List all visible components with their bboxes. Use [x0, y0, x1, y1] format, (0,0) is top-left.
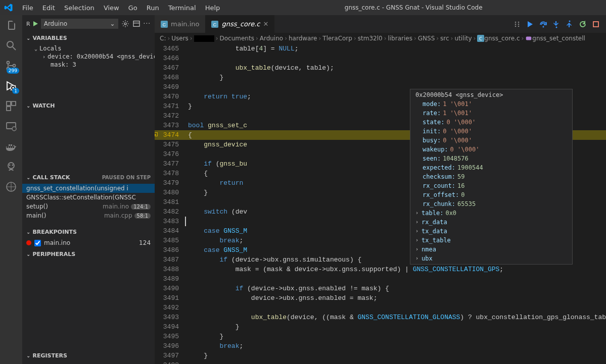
locals-scope[interactable]: ⌄Locals — [22, 44, 155, 53]
svg-point-15 — [124, 23, 126, 25]
variables-header[interactable]: ⌄VARIABLES — [22, 32, 155, 43]
debug-config-select[interactable]: Arduino ⌄ — [41, 19, 118, 29]
svg-rect-8 — [7, 107, 11, 111]
svg-point-25 — [518, 23, 520, 25]
menu-edit[interactable]: Edit — [38, 2, 59, 14]
close-icon[interactable]: ✕ — [263, 20, 268, 28]
svg-point-27 — [518, 25, 520, 27]
callstack-frame-1[interactable]: GNSSClass::setConstellation(GNSSC — [22, 193, 155, 202]
window-title: gnss_core.c - GNSS Gnat - Visual Studio … — [225, 4, 602, 11]
more-icon[interactable]: ··· — [144, 20, 151, 27]
pio-icon[interactable] — [5, 161, 17, 173]
svg-rect-31 — [593, 22, 598, 27]
svg-text:C: C — [163, 22, 166, 27]
svg-point-10 — [12, 127, 16, 131]
extensions-icon[interactable] — [5, 100, 17, 112]
breakpoint-item[interactable]: main.ino 124 — [22, 238, 155, 247]
svg-point-11 — [8, 163, 14, 169]
svg-point-23 — [518, 21, 520, 23]
tab-main-ino[interactable]: C main.ino — [155, 15, 205, 33]
search-icon[interactable] — [5, 39, 17, 51]
debug-toolbar: R Arduino ⌄ ··· — [22, 15, 155, 32]
drag-handle-icon[interactable] — [513, 20, 521, 28]
chevron-down-icon: ⌄ — [110, 20, 115, 27]
tab-gnss-core-c[interactable]: C gnss_core.c ✕ — [205, 15, 274, 33]
tab-bar: C main.ino C gnss_core.c ✕ — [155, 15, 606, 33]
editor-area: C main.ino C gnss_core.c ✕ C:› Users› › — [155, 15, 606, 364]
var-mask[interactable]: mask: 3 — [22, 61, 155, 69]
breadcrumb[interactable]: C:› Users› › Documents› Arduino› hardwar… — [155, 33, 606, 44]
panel-icon[interactable] — [132, 20, 141, 28]
c-file-icon: C — [211, 21, 218, 28]
symbol-icon — [525, 35, 532, 42]
c-file-icon: C — [477, 35, 484, 42]
svg-rect-34 — [526, 37, 532, 40]
step-into-icon[interactable] — [552, 20, 561, 28]
debug-sidebar: R Arduino ⌄ ··· ⌄VARIABLES ⌄Locals ›devi… — [22, 15, 155, 364]
remote-icon[interactable] — [5, 120, 17, 132]
activity-bar: 299 1 — [0, 15, 22, 364]
menu-view[interactable]: View — [100, 2, 123, 14]
svg-point-22 — [515, 21, 517, 23]
svg-point-29 — [556, 26, 557, 28]
callstack-frame-2[interactable]: setup()main.ino124:1 — [22, 202, 155, 211]
callstack-frame-3[interactable]: main()main.cpp58:1 — [22, 211, 155, 220]
scm-badge: 299 — [7, 68, 19, 74]
menubar: File Edit Selection View Go Run Terminal… — [0, 0, 606, 15]
restart-icon[interactable] — [579, 20, 587, 28]
menu-go[interactable]: Go — [124, 2, 142, 14]
svg-point-13 — [12, 165, 14, 166]
svg-rect-6 — [7, 101, 11, 106]
callstack-header[interactable]: ⌄CALL STACKPAUSED ON STEP — [22, 172, 155, 183]
svg-line-1 — [13, 47, 16, 50]
source-control-icon[interactable]: 299 — [5, 60, 17, 72]
registers-header[interactable]: ⌄REGISTERS — [22, 350, 155, 361]
breakpoints-header[interactable]: ⌄BREAKPOINTS — [22, 226, 155, 237]
menu-selection[interactable]: Selection — [60, 2, 99, 14]
step-out-icon[interactable] — [566, 20, 574, 28]
svg-point-24 — [515, 23, 517, 25]
svg-text:C: C — [479, 36, 482, 41]
svg-point-4 — [13, 65, 16, 67]
run-debug-icon[interactable]: 1 — [5, 80, 17, 92]
peripherals-header[interactable]: ⌄PERIPHERALS — [22, 248, 155, 259]
callstack-frame-0[interactable]: gnss_set_constellation(unsigned i — [22, 184, 155, 193]
debug-badge: 1 — [12, 88, 19, 94]
svg-text:C: C — [213, 22, 216, 27]
svg-point-2 — [7, 62, 10, 64]
vscode-logo-icon — [4, 3, 13, 12]
menu-run[interactable]: Run — [143, 2, 163, 14]
continue-icon[interactable] — [526, 20, 534, 28]
var-device[interactable]: ›device: 0x20000b54 <gnss_devic… — [22, 53, 155, 61]
svg-point-30 — [569, 20, 571, 22]
start-debug-icon[interactable] — [33, 21, 38, 26]
debug-action-bar — [507, 15, 606, 33]
line-number-gutter: 3465346634673468346934703471347234733474… — [155, 44, 188, 364]
stop-icon[interactable] — [592, 20, 600, 28]
c-file-icon: C — [161, 21, 168, 28]
svg-point-28 — [543, 26, 544, 27]
breakpoint-checkbox[interactable] — [34, 240, 41, 246]
gear-icon[interactable] — [121, 20, 129, 28]
breakpoint-dot-icon — [26, 240, 31, 245]
explorer-icon[interactable] — [5, 19, 17, 31]
menu-terminal[interactable]: Terminal — [164, 2, 200, 14]
svg-point-12 — [9, 165, 11, 166]
svg-rect-16 — [133, 21, 139, 27]
debug-hover-widget[interactable]: 0x20000b54 <gnss_device> mode:1 '\001' r… — [410, 89, 573, 265]
step-over-icon[interactable] — [539, 20, 547, 28]
svg-point-0 — [7, 41, 13, 47]
docker-icon[interactable] — [5, 140, 17, 152]
watch-header[interactable]: ⌄WATCH — [22, 100, 155, 111]
menu-file[interactable]: File — [18, 2, 37, 14]
menu-help[interactable]: Help — [201, 2, 224, 14]
liveshare-icon[interactable] — [5, 181, 17, 193]
svg-point-26 — [515, 25, 517, 27]
svg-rect-7 — [12, 101, 16, 106]
